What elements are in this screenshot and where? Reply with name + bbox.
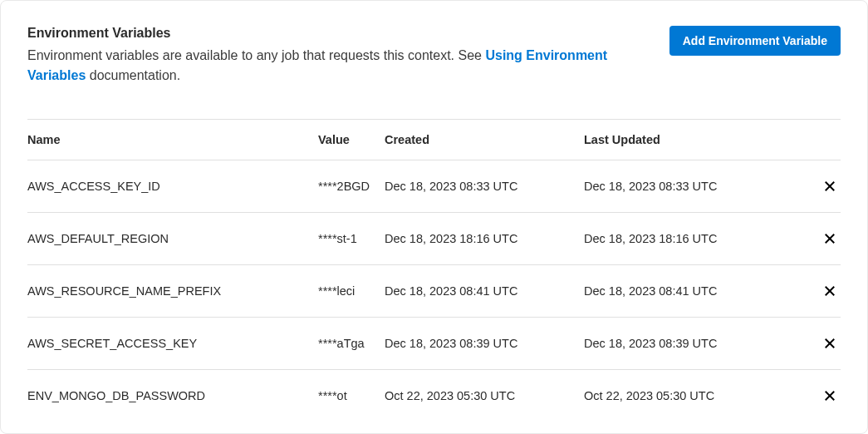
env-vars-panel: Environment Variables Environment variab… bbox=[0, 0, 868, 434]
var-name: AWS_DEFAULT_REGION bbox=[27, 232, 318, 245]
var-value: ****st-1 bbox=[318, 232, 385, 245]
close-icon bbox=[822, 179, 837, 194]
col-header-created: Created bbox=[385, 133, 584, 146]
table-row: AWS_DEFAULT_REGION****st-1Dec 18, 2023 1… bbox=[27, 213, 841, 265]
var-value: ****ot bbox=[318, 389, 385, 402]
var-name: AWS_SECRET_ACCESS_KEY bbox=[27, 337, 318, 350]
var-action-cell bbox=[807, 228, 841, 249]
close-icon bbox=[822, 284, 837, 298]
table-row: AWS_RESOURCE_NAME_PREFIX****leciDec 18, … bbox=[27, 265, 841, 318]
var-name: AWS_ACCESS_KEY_ID bbox=[27, 180, 318, 193]
col-header-value: Value bbox=[318, 133, 385, 146]
env-vars-table: Name Value Created Last Updated AWS_ACCE… bbox=[27, 119, 841, 422]
var-action-cell bbox=[807, 175, 841, 197]
var-action-cell bbox=[807, 333, 841, 354]
var-value: ****aTga bbox=[318, 337, 385, 350]
header-text-block: Environment Variables Environment variab… bbox=[27, 26, 669, 86]
var-action-cell bbox=[807, 385, 841, 407]
close-icon bbox=[822, 231, 837, 246]
var-name: AWS_RESOURCE_NAME_PREFIX bbox=[27, 284, 318, 298]
col-header-name: Name bbox=[27, 133, 318, 146]
close-icon bbox=[822, 336, 837, 351]
var-created: Dec 18, 2023 08:41 UTC bbox=[385, 284, 584, 298]
var-updated: Dec 18, 2023 08:39 UTC bbox=[584, 337, 807, 350]
section-description: Environment variables are available to a… bbox=[27, 46, 653, 86]
var-updated: Dec 18, 2023 08:33 UTC bbox=[584, 180, 807, 193]
var-value: ****leci bbox=[318, 284, 385, 298]
section-title: Environment Variables bbox=[27, 26, 653, 41]
var-updated: Dec 18, 2023 08:41 UTC bbox=[584, 284, 807, 298]
var-value: ****2BGD bbox=[318, 180, 385, 193]
table-header-row: Name Value Created Last Updated bbox=[27, 119, 841, 160]
var-created: Dec 18, 2023 08:33 UTC bbox=[385, 180, 584, 193]
delete-button[interactable] bbox=[819, 333, 841, 354]
col-header-updated: Last Updated bbox=[584, 133, 807, 146]
panel-header: Environment Variables Environment variab… bbox=[27, 26, 841, 86]
add-env-var-button[interactable]: Add Environment Variable bbox=[669, 26, 841, 56]
desc-text-before: Environment variables are available to a… bbox=[27, 48, 485, 62]
delete-button[interactable] bbox=[819, 280, 841, 302]
var-action-cell bbox=[807, 280, 841, 302]
table-row: ENV_MONGO_DB_PASSWORD****otOct 22, 2023 … bbox=[27, 370, 841, 422]
delete-button[interactable] bbox=[819, 175, 841, 197]
delete-button[interactable] bbox=[819, 385, 841, 407]
var-created: Dec 18, 2023 18:16 UTC bbox=[385, 232, 584, 245]
var-updated: Oct 22, 2023 05:30 UTC bbox=[584, 389, 807, 402]
table-row: AWS_SECRET_ACCESS_KEY****aTgaDec 18, 202… bbox=[27, 318, 841, 370]
table-row: AWS_ACCESS_KEY_ID****2BGDDec 18, 2023 08… bbox=[27, 160, 841, 213]
desc-text-after: documentation. bbox=[86, 68, 180, 82]
var-created: Oct 22, 2023 05:30 UTC bbox=[385, 389, 584, 402]
var-created: Dec 18, 2023 08:39 UTC bbox=[385, 337, 584, 350]
close-icon bbox=[822, 388, 837, 403]
var-updated: Dec 18, 2023 18:16 UTC bbox=[584, 232, 807, 245]
delete-button[interactable] bbox=[819, 228, 841, 249]
var-name: ENV_MONGO_DB_PASSWORD bbox=[27, 389, 318, 402]
col-header-action bbox=[807, 133, 841, 146]
